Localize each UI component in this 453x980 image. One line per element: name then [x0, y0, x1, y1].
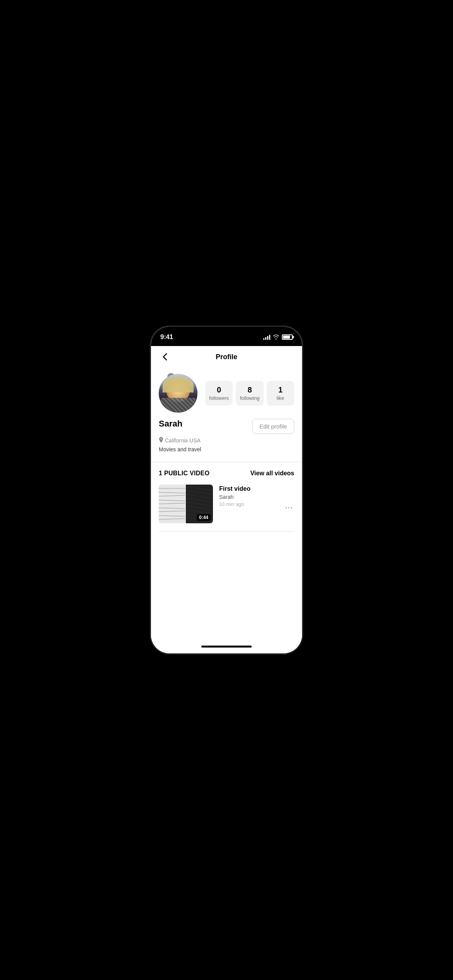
stat-likes[interactable]: 1 like [267, 381, 294, 406]
video-author: Sarah [219, 494, 283, 500]
location-text: California USA [165, 437, 201, 444]
videos-section: 1 PUBLIC VIDEO View all videos [151, 462, 302, 639]
edit-profile-button[interactable]: Edit profile [252, 419, 294, 434]
profile-location: California USA [159, 437, 294, 444]
status-time: 9:41 [160, 333, 173, 341]
profile-name: Sarah [159, 419, 182, 429]
likes-count: 1 [278, 385, 283, 394]
stat-following[interactable]: 8 following [236, 381, 263, 406]
stats-container: 0 followers 8 following 1 like [205, 381, 294, 406]
home-indicator-container [151, 639, 302, 653]
followers-label: followers [209, 395, 229, 401]
status-icons [263, 334, 293, 340]
video-more-button[interactable] [283, 505, 294, 511]
video-thumbnail[interactable]: 0:44 [159, 485, 213, 523]
profile-bio: Movies and travel [159, 446, 294, 452]
video-bottom-divider [159, 531, 294, 531]
profile-section: ● 0 [151, 368, 302, 462]
video-title: First video [219, 485, 283, 492]
video-info: First video Sarah 33 min ago [219, 485, 283, 507]
page-title: Profile [216, 353, 237, 361]
nav-header: Profile [151, 346, 302, 368]
likes-label: like [277, 395, 285, 401]
avatar[interactable] [159, 374, 197, 413]
svg-point-21 [288, 507, 290, 509]
avatar-container: ● [159, 374, 197, 413]
battery-icon [282, 334, 293, 340]
video-time: 33 min ago [219, 501, 283, 507]
home-indicator [201, 646, 252, 648]
profile-info-row: Sarah Edit profile [159, 419, 294, 434]
back-button[interactable] [157, 349, 173, 365]
svg-point-22 [291, 507, 292, 509]
profile-top: ● 0 [159, 374, 294, 413]
location-icon [159, 437, 163, 444]
videos-header: 1 PUBLIC VIDEO View all videos [159, 470, 294, 477]
following-label: following [240, 395, 260, 401]
svg-point-20 [285, 507, 287, 509]
view-all-button[interactable]: View all videos [250, 470, 294, 477]
phone-frame: 9:41 [151, 327, 302, 653]
video-item[interactable]: 0:44 First video Sarah 33 min ago [159, 485, 294, 531]
signal-icon [263, 334, 270, 340]
followers-count: 0 [217, 385, 221, 394]
app-content: Profile ● [151, 346, 302, 639]
status-bar: 9:41 [151, 327, 302, 346]
stat-followers[interactable]: 0 followers [205, 381, 233, 406]
following-count: 8 [247, 385, 252, 394]
videos-count-label: 1 PUBLIC VIDEO [159, 470, 209, 477]
video-duration: 0:44 [197, 514, 211, 521]
wifi-icon [273, 334, 280, 340]
